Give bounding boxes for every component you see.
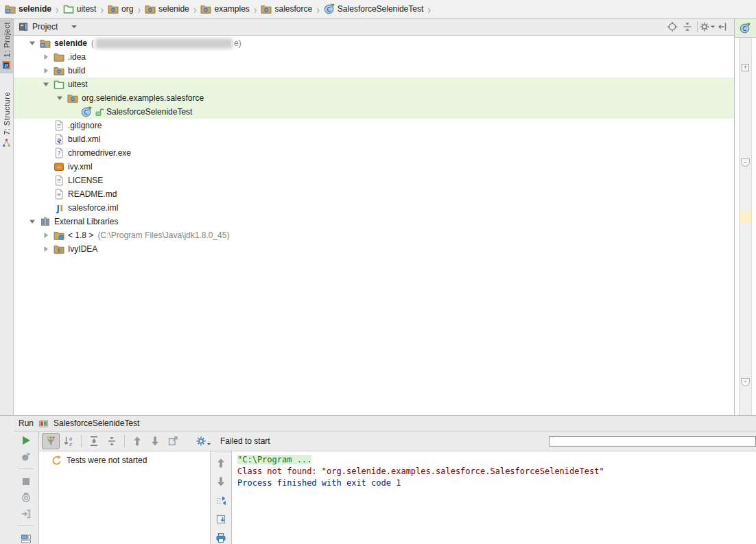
tree-row[interactable]: selenide (e) [14, 36, 734, 50]
tree-item-path-tail: e) [234, 38, 241, 48]
tree-row[interactable]: CSalesforceSelenideTest [14, 105, 734, 119]
filter-passed-button[interactable] [42, 433, 60, 449]
tree-item-label: chromedriver.exe [68, 148, 131, 158]
export-icon [167, 436, 178, 447]
editor-scrollbar[interactable]: + − − [739, 38, 752, 415]
tree-row[interactable]: build.xml [14, 132, 734, 146]
tool-window-tab-structure[interactable]: 7: Structure [0, 88, 13, 152]
filter-icon [45, 436, 56, 447]
rerun-button[interactable] [19, 435, 34, 447]
breadcrumb-separator: › [134, 2, 144, 16]
collapse-all-button[interactable] [680, 20, 695, 34]
hide-panel-button[interactable] [715, 20, 730, 34]
console-output[interactable]: "C:\Program ...Class not found: "org.sel… [232, 451, 756, 544]
not-started-icon [51, 455, 62, 466]
libraries-icon [40, 216, 51, 227]
tree-row[interactable]: IvyIDEA [14, 242, 734, 256]
breadcrumb-item-selenide[interactable]: selenide [4, 3, 52, 14]
breadcrumb-label: examples [214, 4, 249, 14]
breadcrumb-separator: › [313, 2, 323, 16]
stop-icon [21, 476, 32, 487]
tool-window-tab-project[interactable]: 1: ProjectJI [0, 19, 13, 73]
breadcrumb-item-uitest[interactable]: uitest [62, 3, 97, 14]
editor-area: C + − − [734, 19, 756, 415]
tree-row[interactable]: ?chromedriver.exe [14, 146, 734, 160]
tree-collapse-arrow[interactable] [29, 218, 36, 225]
next-failed-test-button[interactable] [213, 475, 228, 487]
export-button[interactable] [164, 433, 182, 449]
tree-row[interactable]: < 1.8 >(C:\Program Files\Java\jdk1.8.0_4… [14, 228, 734, 242]
dump-threads-button[interactable] [19, 492, 34, 504]
run-status-text: Failed to start [220, 436, 270, 446]
layout-icon [21, 533, 32, 544]
test-folder-icon [63, 3, 74, 14]
svg-text:J: J [56, 204, 60, 213]
next-occurrence-button[interactable] [146, 433, 164, 449]
test-tree-pane: Tests were not started [39, 451, 211, 544]
breadcrumb-item-salesforceselenidetest[interactable]: CSalesforceSelenideTest [323, 3, 424, 14]
previous-failed-test-button[interactable] [213, 457, 228, 469]
tree-row[interactable]: LICENSE [14, 174, 734, 187]
tree-row[interactable]: .idea [14, 50, 734, 64]
exit-button[interactable] [19, 508, 34, 520]
stop-button[interactable] [19, 475, 34, 487]
tree-row[interactable]: .gitignore [14, 119, 734, 132]
tree-item-label: selenide [54, 38, 87, 48]
breadcrumb-separator: › [97, 2, 107, 16]
track-running-test-button[interactable] [213, 495, 228, 506]
tree-expand-arrow[interactable] [43, 67, 49, 74]
expand-all-button[interactable] [85, 433, 103, 449]
breadcrumb-label: uitest [77, 4, 97, 14]
breadcrumb-label: salesforce [274, 4, 312, 14]
breadcrumb-item-examples[interactable]: examples [200, 3, 250, 14]
breadcrumb-item-selenide[interactable]: selenide [144, 3, 190, 14]
import-test-results-button[interactable] [213, 513, 228, 525]
tree-collapse-arrow[interactable] [56, 95, 63, 102]
tree-row[interactable]: JIsalesforce.iml [14, 201, 734, 215]
fold-expand-marker[interactable]: + [742, 64, 749, 71]
tree-row[interactable]: build [14, 64, 734, 78]
gear-blue-icon [196, 436, 206, 447]
console-line: Class not found: "org.selenide.examples.… [237, 466, 756, 477]
run-left-toolbar [14, 431, 39, 544]
gear-icon [699, 21, 710, 32]
locate-button[interactable] [665, 20, 680, 34]
run-tab-label[interactable]: SalesforceSelenideTest [54, 418, 139, 428]
tree-row[interactable]: uitest [14, 78, 734, 91]
package-folder-icon [200, 3, 211, 14]
run-toolbar: az Failed to start [39, 431, 756, 451]
previous-occurrence-button[interactable] [128, 433, 146, 449]
project-panel-header: Project [14, 19, 734, 36]
tree-item-label: org.selenide.examples.salesforce [82, 93, 204, 103]
editor-tab[interactable]: C [735, 19, 756, 38]
tab-label: 1: Project [3, 22, 11, 57]
tree-collapse-arrow[interactable] [29, 40, 36, 47]
print-button[interactable] [213, 532, 228, 544]
run-panel-title: Run [19, 418, 34, 428]
idea-logo-icon: JI [1, 60, 12, 70]
tree-expand-arrow[interactable] [43, 232, 49, 239]
fold-collapse-marker[interactable]: − [741, 378, 750, 386]
rerun-failed-button[interactable] [19, 451, 34, 463]
settings-button[interactable] [700, 20, 715, 34]
test-settings-button[interactable] [194, 433, 212, 449]
exit-icon [21, 508, 32, 519]
junit-icon [38, 418, 49, 429]
restore-layout-button[interactable] [19, 532, 34, 544]
tree-row[interactable]: ‹›ivy.xml [14, 160, 734, 174]
tree-row[interactable]: External Libraries [14, 215, 734, 228]
tree-row[interactable]: org.selenide.examples.salesforce [14, 91, 734, 105]
breadcrumb-item-org[interactable]: org [107, 3, 134, 14]
collapse-all-icon [682, 21, 693, 32]
tree-expand-arrow[interactable] [43, 54, 49, 60]
breadcrumb-separator: › [424, 2, 434, 16]
tree-collapse-arrow[interactable] [43, 81, 49, 88]
collapse-all-button[interactable] [103, 433, 121, 449]
chevron-down-icon[interactable] [71, 23, 78, 30]
test-tree-message-row[interactable]: Tests were not started [39, 451, 210, 466]
fold-collapse-marker[interactable]: − [741, 158, 750, 167]
breadcrumb-item-salesforce[interactable]: salesforce [260, 3, 313, 14]
tree-expand-arrow[interactable] [43, 246, 49, 252]
tree-row[interactable]: README.md [14, 187, 734, 201]
sort-alphabetically-button[interactable]: az [60, 433, 78, 449]
